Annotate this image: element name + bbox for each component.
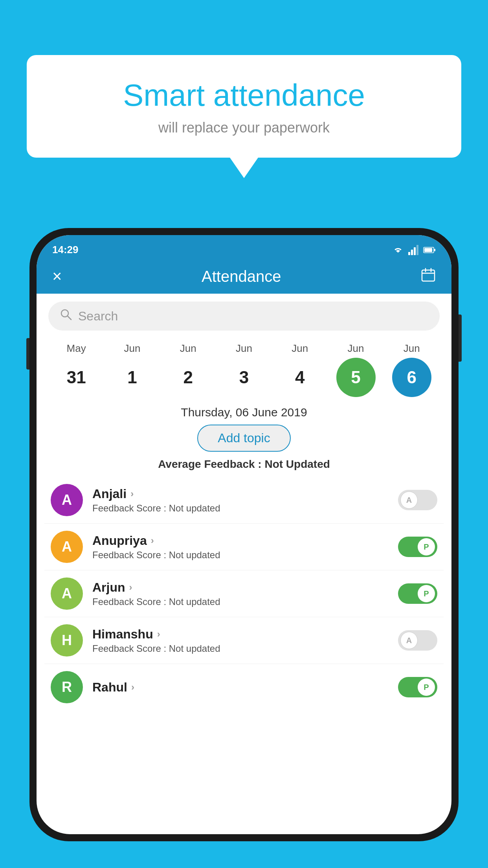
student-feedback-anupriya: Feedback Score : Not updated (92, 550, 398, 561)
student-name-last: Rahul › (92, 680, 398, 695)
student-info-anupriya: Anupriya › Feedback Score : Not updated (92, 533, 398, 561)
volume-button (26, 338, 29, 370)
status-time: 14:29 (52, 244, 79, 256)
day-3[interactable]: 3 (218, 362, 270, 393)
battery-icon (423, 246, 436, 254)
month-6: Jun (386, 342, 437, 355)
toggle-anjali[interactable]: A (398, 490, 437, 510)
day-5-selected[interactable]: 5 (330, 358, 382, 397)
search-icon (60, 309, 72, 324)
bubble-subtitle: will replace your paperwork (50, 120, 438, 136)
student-info-last: Rahul › (92, 680, 398, 695)
toggle-knob-anjali: A (400, 491, 418, 509)
chevron-arjun: › (129, 582, 132, 593)
attendance-toggle-anjali[interactable]: A (398, 490, 437, 510)
student-feedback-anjali: Feedback Score : Not updated (92, 503, 398, 514)
student-item-arjun[interactable]: A Arjun › Feedback Score : Not updated P (44, 570, 444, 617)
avatar-anupriya: A (51, 531, 83, 563)
attendance-toggle-last[interactable]: P (398, 677, 437, 697)
student-name-arjun: Arjun › (92, 580, 398, 595)
status-icons (393, 245, 436, 255)
toggle-knob-anupriya: P (418, 538, 435, 555)
calendar-days: 31 1 2 3 4 5 6 (48, 358, 440, 397)
month-2: Jun (163, 342, 214, 355)
svg-rect-3 (422, 270, 435, 281)
student-info-himanshu: Himanshu › Feedback Score : Not updated (92, 627, 398, 654)
student-item-anupriya[interactable]: A Anupriya › Feedback Score : Not update… (44, 524, 444, 570)
student-item-himanshu[interactable]: H Himanshu › Feedback Score : Not update… (44, 617, 444, 664)
phone-container: 14:29 (29, 228, 459, 841)
phone-screen: 14:29 (37, 235, 451, 834)
avg-feedback-label: Average Feedback : (158, 458, 264, 470)
student-list: A Anjali › Feedback Score : Not updated … (37, 477, 451, 834)
search-bar[interactable]: Search (48, 302, 440, 331)
add-topic-button[interactable]: Add topic (197, 425, 290, 452)
avatar-himanshu: H (51, 624, 83, 657)
power-button (459, 314, 462, 362)
toggle-last[interactable]: P (398, 677, 437, 697)
day-4[interactable]: 4 (274, 362, 325, 393)
attendance-toggle-himanshu[interactable]: A (398, 630, 437, 651)
chevron-anjali: › (130, 488, 134, 499)
average-feedback: Average Feedback : Not Updated (37, 458, 451, 471)
close-button[interactable]: × (52, 267, 62, 286)
month-5: Jun (330, 342, 382, 355)
selected-date: Thursday, 06 June 2019 (37, 406, 451, 419)
phone-outer: 14:29 (29, 228, 459, 841)
student-feedback-arjun: Feedback Score : Not updated (92, 596, 398, 607)
day-6-circle[interactable]: 6 (392, 358, 431, 397)
avatar-anjali: A (51, 484, 83, 516)
calendar-icon[interactable] (421, 267, 436, 286)
svg-line-8 (68, 316, 71, 320)
avg-feedback-value: Not Updated (264, 458, 330, 470)
chevron-himanshu: › (157, 629, 160, 640)
signal-icon (408, 245, 418, 255)
status-bar: 14:29 (37, 235, 451, 260)
chevron-anupriya: › (151, 535, 154, 546)
calendar-strip: May Jun Jun Jun Jun Jun Jun 31 1 2 3 4 5 (37, 338, 451, 397)
toggle-anupriya[interactable]: P (398, 537, 437, 557)
student-name-anjali: Anjali › (92, 487, 398, 501)
student-info-anjali: Anjali › Feedback Score : Not updated (92, 487, 398, 514)
student-info-arjun: Arjun › Feedback Score : Not updated (92, 580, 398, 607)
svg-rect-1 (434, 249, 435, 251)
toggle-knob-arjun: P (418, 585, 435, 602)
student-item-anjali[interactable]: A Anjali › Feedback Score : Not updated … (44, 477, 444, 524)
day-1[interactable]: 1 (106, 362, 158, 393)
wifi-icon (393, 246, 404, 254)
day-6-selected[interactable]: 6 (386, 358, 437, 397)
chevron-last: › (131, 682, 134, 693)
search-placeholder: Search (78, 309, 118, 324)
month-4: Jun (274, 342, 325, 355)
day-0[interactable]: 31 (51, 362, 102, 393)
toggle-knob-himanshu: A (400, 632, 418, 649)
student-item-last[interactable]: R Rahul › P (44, 664, 444, 710)
student-feedback-himanshu: Feedback Score : Not updated (92, 643, 398, 654)
bubble-title: Smart attendance (50, 79, 438, 112)
day-2[interactable]: 2 (163, 362, 214, 393)
app-header: × Attendance (37, 260, 451, 294)
svg-rect-2 (424, 248, 432, 252)
attendance-toggle-anupriya[interactable]: P (398, 537, 437, 557)
avatar-last: R (51, 671, 83, 703)
speech-bubble: Smart attendance will replace your paper… (27, 55, 461, 158)
student-name-anupriya: Anupriya › (92, 533, 398, 548)
avatar-arjun: A (51, 577, 83, 610)
month-3: Jun (218, 342, 270, 355)
day-5-circle[interactable]: 5 (336, 358, 376, 397)
toggle-arjun[interactable]: P (398, 583, 437, 604)
attendance-toggle-arjun[interactable]: P (398, 583, 437, 604)
toggle-knob-last: P (418, 679, 435, 696)
header-title: Attendance (202, 268, 281, 285)
student-name-himanshu: Himanshu › (92, 627, 398, 642)
month-1: Jun (106, 342, 158, 355)
calendar-months: May Jun Jun Jun Jun Jun Jun (48, 342, 440, 355)
month-0: May (51, 342, 102, 355)
toggle-himanshu[interactable]: A (398, 630, 437, 651)
